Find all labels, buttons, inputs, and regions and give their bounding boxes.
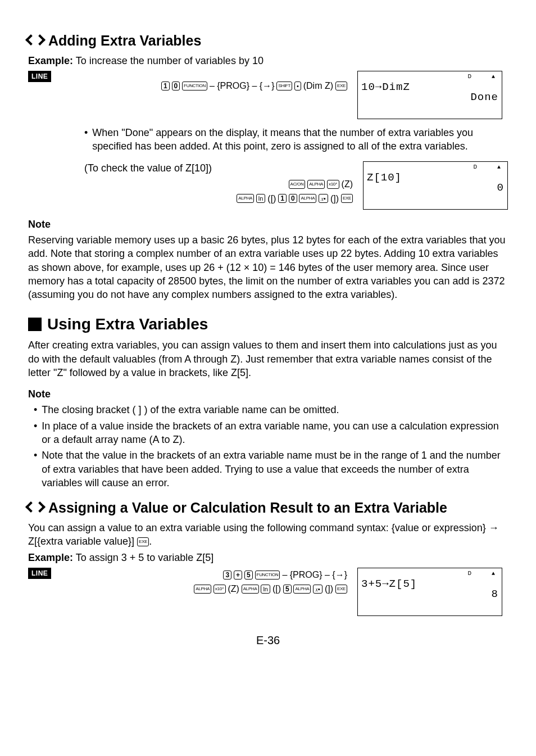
key-shift: SHIFT [276,82,292,90]
keyseq3-text: – {PROG} – {→} [282,570,347,580]
key-open-bracket: ([) [267,194,276,203]
key-close-bracket: (]) [330,194,339,203]
up-triangle-icon: ▲ [492,74,495,80]
key-ln: ln [256,194,266,203]
note2-b3-text: Note that the value in the brackets of a… [42,449,508,490]
up-triangle-icon: ▲ [492,571,495,577]
lcd-status-d: D [467,73,471,80]
bullet-done-text: When "Done" appears on the display, it m… [92,126,508,153]
key-alpha: ALPHA [194,585,211,594]
example3-line: Example: To assign 3 + 5 to variable Z[5… [28,551,508,564]
key-xsq: 𝑥▪ [319,194,328,203]
bullet-icon: • [34,449,37,490]
sec3-body-post: . [149,536,152,547]
chevrons-icon [28,501,43,515]
line-badge: LINE [28,71,51,82]
line-badge: LINE [28,568,51,579]
keyseq-text-dimz: (Dim Z) [303,81,333,90]
heading-text: Adding Extra Variables [48,31,201,51]
key-alpha: ALPHA [237,194,254,203]
keyseq-text-prog: – {PROG} – {→} [210,81,275,90]
key-alpha: ALPHA [293,585,311,594]
bullet-done: • When "Done" appears on the display, it… [84,126,508,153]
heading-adding-extra-variables: Adding Extra Variables [28,31,508,51]
key-exe: EXE [335,82,347,90]
key-sequence-1: 1 0 FUNCTION – {PROG} – {→} SHIFT • (Dim… [67,79,347,93]
bullet-icon: • [34,403,37,417]
up-triangle-icon: ▲ [497,164,501,170]
key-1: 1 [278,194,287,203]
note2-b1-text: The closing bracket ( ] ) of the extra v… [42,403,339,417]
heading-using-extra-variables: Using Extra Variables [28,314,508,335]
sec3-body-pre: You can assign a value to an extra varia… [28,522,499,547]
note2-b3: • Note that the value in the brackets of… [34,449,508,490]
example3-label: Example: [28,552,73,563]
sec2-body: After creating extra variables, you can … [28,338,508,379]
example-text: To increase the number of variables by 1… [73,55,264,66]
heading3-text: Assigning a Value or Calculation Result … [48,499,447,518]
example-line: Example: To increase the number of varia… [28,54,508,67]
key-x10x: x10ˣ [327,180,339,189]
key-0: 0 [289,194,297,203]
key-function: FUNCTION [255,571,280,580]
page-number: E-36 [28,633,508,648]
key-alpha: ALPHA [307,180,325,189]
lcd3-line2: 8 [492,587,498,602]
key-exe: EXE [137,537,149,546]
key-3: 3 [223,571,231,580]
heading2-text: Using Extra Variables [47,314,208,335]
black-square-icon [28,318,42,331]
lcd-display-1: D▲ 10→DimZ Done [357,71,502,119]
key-1: 1 [161,82,170,90]
key-alpha: ALPHA [299,194,316,203]
note2-b2-text: In place of a value inside the brackets … [42,419,508,447]
chevrons-icon [28,34,43,48]
key-ln: ln [261,585,270,594]
example-1-row: LINE 1 0 FUNCTION – {PROG} – {→} SHIFT •… [28,71,508,119]
lcd3-line1: 3+5→Z[5] [361,577,417,592]
key-plus: + [234,571,242,580]
lcd2-line1: Z[10] [367,171,402,185]
key-function: FUNCTION [182,82,207,90]
key-exe: EXE [341,194,353,203]
key-0: 0 [172,82,180,90]
bullet-icon: • [84,126,88,153]
heading-assigning: Assigning a Value or Calculation Result … [28,499,508,518]
note2-b2: • In place of a value inside the bracket… [34,419,508,447]
example-3-row: LINE 3 + 5 FUNCTION – {PROG} – {→} ALPHA… [28,568,508,616]
key-alpha: ALPHA [242,585,259,594]
example3-text: To assign 3 + 5 to variable Z[5] [73,552,214,563]
key-dot: • [294,82,301,90]
lcd3-status-d: D [467,570,471,577]
lcd-display-3: D▲ 3+5→Z[5] 8 [357,568,502,616]
key-acon: AC/ON [289,180,306,189]
key-z-label: (Z) [228,584,239,594]
key-sequence-2: AC/ON ALPHA x10ˣ (Z) ALPHA ln ([) 1 0 AL… [28,177,353,206]
note2-b1: • The closing bracket ( ] ) of the extra… [34,403,508,417]
lcd-line2: Done [470,90,498,105]
key-sequence-3: 3 + 5 FUNCTION – {PROG} – {→} ALPHA x10ˣ… [67,568,347,596]
note1-title: Note [28,218,508,231]
key-open-bracket: ([) [272,584,281,594]
lcd2-status-d: D [473,164,477,170]
lcd2-line2: 0 [497,181,504,196]
key-exe: EXE [335,585,347,594]
key-5: 5 [283,585,292,594]
example-label: Example: [28,55,73,66]
sec3-body: You can assign a value to an extra varia… [28,521,508,549]
key-5: 5 [244,571,253,580]
key-close-bracket: (]) [325,584,333,594]
bullet-icon: • [34,419,37,447]
note1-body: Reserving variable memory uses up a basi… [28,233,508,301]
note2-title: Note [28,387,508,401]
key-z-label: (Z) [342,179,353,189]
key-xsq: 𝑥▪ [313,585,322,594]
lcd-display-2: D▲ Z[10] 0 [363,161,508,210]
lcd-line1: 10→DimZ [361,80,410,95]
key-x10x: x10ˣ [214,585,226,594]
